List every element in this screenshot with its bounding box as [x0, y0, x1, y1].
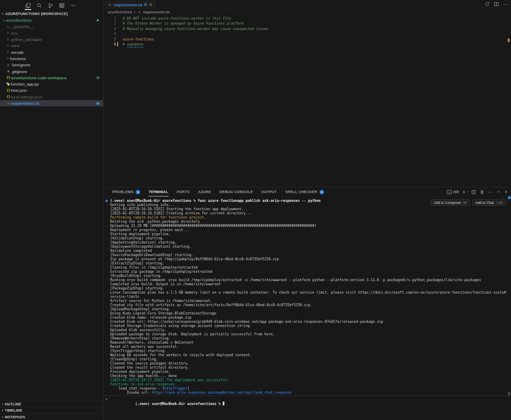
section-outline[interactable]: ›OUTLINE: [0, 401, 103, 407]
git-status-badge: M: [96, 101, 99, 106]
panel-tab-output[interactable]: OUTPUT: [261, 187, 277, 196]
tree-item[interactable]: ›functions: [0, 55, 103, 62]
tree-item-label: .env: [10, 31, 18, 35]
terminal[interactable]: (.venv) user@MacBook-Air azurefunctions …: [104, 196, 511, 420]
terminal-line: Functions in ask-aria-responses:: [104, 382, 511, 386]
tree-item-label: __pycache__: [10, 24, 34, 29]
chevron-right-icon: ›: [2, 403, 3, 405]
terminal-line: RemoveAllWorkers, statusCode = NoContent: [104, 340, 511, 345]
close-icon[interactable]: ×: [149, 3, 152, 7]
panel-tab-spell-checker[interactable]: SPELL CHECKER1: [285, 187, 324, 196]
tab-title: requirements.txt: [114, 3, 142, 7]
search-icon[interactable]: [35, 2, 43, 9]
terminal-line: Reset all workers was successful.: [104, 345, 511, 349]
panel-tab-debug-console[interactable]: DEBUG CONSOLE: [219, 187, 253, 196]
run-sync-icon[interactable]: [485, 2, 490, 7]
panel-more-icon[interactable]: ⋯: [488, 189, 493, 195]
file-icon: ≡: [107, 3, 112, 6]
panel-tab-azure[interactable]: AZURE: [198, 187, 211, 196]
tree-item-label: azurefunctions: [6, 18, 32, 23]
tree-item[interactable]: ›.env: [0, 30, 103, 36]
tree-item-label: .vscode: [10, 50, 24, 55]
terminal-prompt-line[interactable]: (.venv) user@MacBook-Air azurefunctions …: [104, 397, 511, 402]
tree-item[interactable]: ›.venv: [0, 43, 103, 49]
terminal-line: Invoke url: https://ask-aria-responses.a…: [104, 390, 511, 395]
count-badge: 1: [136, 190, 140, 194]
tree-item[interactable]: ≡.funcignore: [0, 62, 103, 68]
chevron-right-icon: ›: [2, 409, 3, 412]
terminal-line: Deleting the old .python_packages direct…: [104, 219, 511, 224]
tree-item-label: requirements.txt: [11, 101, 39, 106]
terminal-line: Uploaded package to storage blob. Deploy…: [104, 332, 511, 336]
file-icon: ≡: [137, 10, 141, 14]
more-views-icon[interactable]: [69, 2, 77, 9]
workspace-title: AZUREFUNCTIONS (WORKSPACE): [5, 12, 68, 16]
kill-terminal-trash-icon[interactable]: [480, 190, 484, 194]
section-timeline[interactable]: ›TIMELINE: [0, 407, 103, 413]
close-panel-icon[interactable]: ×: [505, 190, 507, 194]
terminal-line: [RemoveWorkersStep] starting.: [104, 336, 511, 340]
code-line: 6# supabase: [104, 42, 511, 47]
panel-tab-problems[interactable]: PROBLEMS1: [112, 187, 140, 196]
terminal-line: lead_chat_response - [httpTrigger]: [104, 386, 511, 390]
tab-requirements-txt[interactable]: ≡ requirements.txt M ×: [104, 0, 156, 9]
terminal-line: [ValidationStep] starting.: [104, 236, 511, 240]
sidebar-bottom-sections: ›OUTLINE›TIMELINE›NOTEPADS: [0, 401, 103, 420]
terminal-scrollbar[interactable]: [508, 392, 510, 395]
breadcrumb-folder[interactable]: azurefunctions: [108, 10, 132, 14]
command-success-decoration-icon: [106, 200, 108, 202]
tree-item[interactable]: {}azurefunctions.code-workspaceU: [0, 75, 103, 81]
chevron-right-icon: ›: [134, 11, 136, 13]
terminal-line: Created Storage Credentials using storag…: [104, 324, 511, 328]
terminal-line: [OryxBuildStep] starting.: [104, 274, 511, 278]
chevron-right-icon: ›: [6, 57, 10, 60]
terminal-shell-icon[interactable]: zsh: [447, 190, 459, 194]
tree-item[interactable]: ›__pycache__: [0, 23, 103, 30]
more-actions-icon[interactable]: ⋯: [503, 2, 508, 7]
tree-item[interactable]: ≡requirements.txtM: [0, 100, 103, 106]
maximize-panel-icon[interactable]: [496, 190, 501, 194]
code-editor[interactable]: 1# DO NOT include azure-functions-worker…: [104, 16, 511, 187]
split-terminal-icon[interactable]: [471, 190, 476, 194]
terminal-line: Deployment in progress, please wait...: [104, 228, 511, 232]
tree-item[interactable]: {}host.json: [0, 87, 103, 93]
extensions-icon[interactable]: [58, 2, 65, 9]
terminal-link[interactable]: httpTrigger: [164, 386, 187, 390]
diamond-file-icon: ◆: [6, 70, 11, 73]
panel-tabs: PROBLEMS1TERMINALPORTSAZUREDEBUG CONSOLE…: [104, 187, 324, 196]
breadcrumb-file[interactable]: requirements.txt: [143, 10, 170, 14]
terminal-line: Cleaning files in /tmp/zipdeploy/extract…: [104, 265, 511, 269]
add-to-composer-button[interactable]: Add to Composer ⌘I: [430, 199, 470, 206]
workspace-header[interactable]: › AZUREFUNCTIONS (WORKSPACE): [0, 9, 103, 17]
chevron-right-icon: ›: [6, 32, 10, 34]
split-editor-icon[interactable]: [494, 2, 499, 7]
new-terminal-icon[interactable]: +›: [463, 190, 468, 194]
panel-tab-ports[interactable]: PORTS: [177, 187, 190, 196]
explorer-icon[interactable]: [24, 2, 32, 9]
code-line: 5azure-functions: [104, 37, 511, 42]
file-tree: ›azurefunctions›__pycache__›.env›.python…: [0, 17, 103, 106]
source-control-icon[interactable]: [47, 2, 54, 9]
braces-file-icon: {}: [6, 95, 11, 98]
terminal-link[interactable]: https://ask-aria-responses.azurewebsites…: [152, 390, 292, 395]
braces-file-icon: {}: [6, 89, 11, 92]
add-to-chat-button[interactable]: Add to Chat ⇧⌘L: [472, 199, 506, 206]
terminal-line: [2025-01-05T20:18:57.356Z] The deploymen…: [104, 378, 511, 382]
section-notepads[interactable]: ›NOTEPADS: [0, 414, 103, 420]
tree-item[interactable]: ◆.gitignore: [0, 68, 103, 74]
terminal-line: Created blob name: released-package.zip: [104, 315, 511, 319]
panel-tab-terminal[interactable]: TERMINAL: [149, 187, 168, 196]
breadcrumb[interactable]: azurefunctions › ≡ requirements.txt: [104, 8, 511, 16]
terminal-line: Completed oryx build. Output is in /home…: [104, 282, 511, 286]
code-line: 2# The Python Worker is managed by Azure…: [104, 21, 511, 26]
tree-item-label: host.json: [11, 88, 27, 93]
tree-item[interactable]: function_app.py: [0, 81, 103, 87]
tree-item[interactable]: ›.vscode: [0, 49, 103, 55]
terminal-line: Uploaded blob successfully.: [104, 328, 511, 332]
tab-modified-badge: M: [144, 3, 147, 7]
activity-bar: [0, 0, 103, 9]
modified-dot-icon: [97, 19, 99, 21]
tree-item[interactable]: ›azurefunctions: [0, 17, 103, 23]
tree-item[interactable]: {}local.settings.json: [0, 94, 103, 100]
tree-item[interactable]: ›.python_packages: [0, 36, 103, 43]
